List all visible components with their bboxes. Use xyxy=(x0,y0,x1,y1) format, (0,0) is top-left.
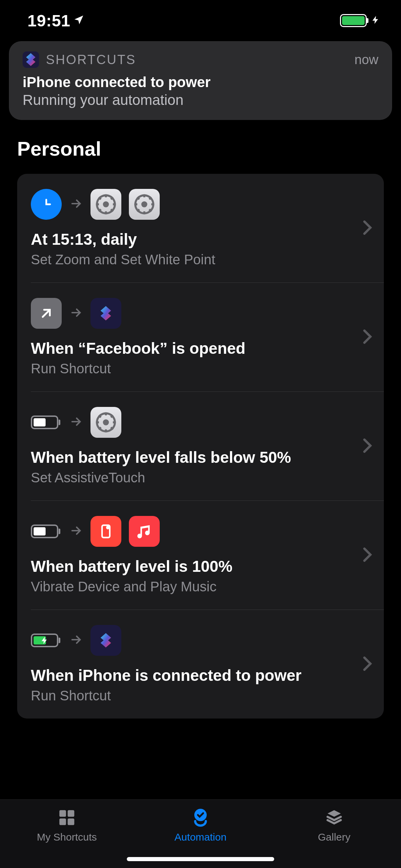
arrow-icon xyxy=(69,306,83,321)
automation-subtitle: Set AssistiveTouch xyxy=(31,470,370,485)
arrow-icon xyxy=(69,524,83,539)
automation-subtitle: Run Shortcut xyxy=(31,688,370,703)
notification-title: iPhone connected to power xyxy=(23,74,378,91)
tab-label: Gallery xyxy=(318,831,350,843)
notification-time: now xyxy=(354,52,378,67)
svg-rect-11 xyxy=(59,818,66,825)
automation-list: At 15:13, daily Set Zoom and Set White P… xyxy=(17,174,384,719)
automation-title: When iPhone is connected to power xyxy=(31,666,370,685)
automation-subtitle: Run Shortcut xyxy=(31,361,370,376)
settings-icon xyxy=(129,189,160,220)
chevron-right-icon xyxy=(363,220,372,237)
automation-row[interactable]: When battery level is 100% Vibrate Devic… xyxy=(31,501,384,610)
gallery-icon xyxy=(324,807,344,828)
automation-title: When battery level falls below 50% xyxy=(31,448,370,467)
notification-banner[interactable]: SHORTCUTS now iPhone connected to power … xyxy=(9,41,392,120)
svg-point-2 xyxy=(103,201,109,207)
grid-icon xyxy=(57,807,77,828)
automation-row[interactable]: When “Facebook” is opened Run Shortcut xyxy=(31,282,384,391)
automation-title: At 15:13, daily xyxy=(31,230,370,249)
automation-icon xyxy=(190,807,211,828)
music-icon xyxy=(129,516,160,547)
chevron-right-icon xyxy=(363,656,372,673)
battery-level-icon xyxy=(31,525,62,538)
tab-label: My Shortcuts xyxy=(37,831,97,843)
open-app-icon xyxy=(31,298,62,329)
svg-rect-12 xyxy=(68,818,74,825)
notification-app-name: SHORTCUTS xyxy=(46,52,136,67)
battery-level-icon xyxy=(31,415,62,429)
status-time: 19:51 xyxy=(27,11,70,30)
shortcuts-icon xyxy=(90,625,121,656)
svg-rect-10 xyxy=(68,810,74,817)
automation-subtitle: Set Zoom and Set White Point xyxy=(31,252,370,267)
status-bar: 19:51 xyxy=(0,0,401,38)
settings-icon xyxy=(90,189,121,220)
automation-title: When “Facebook” is opened xyxy=(31,339,370,358)
arrow-icon xyxy=(69,633,83,648)
settings-icon xyxy=(90,407,121,438)
automation-row[interactable]: When iPhone is connected to power Run Sh… xyxy=(31,610,384,719)
battery-icon xyxy=(340,14,367,27)
charging-icon xyxy=(31,634,62,647)
notification-subtitle: Running your automation xyxy=(23,92,378,108)
chevron-right-icon xyxy=(363,547,372,564)
tab-my-shortcuts[interactable]: My Shortcuts xyxy=(1,807,133,843)
shortcuts-icon xyxy=(90,298,121,329)
arrow-icon xyxy=(69,197,83,212)
tab-gallery[interactable]: Gallery xyxy=(268,807,400,843)
tab-automation[interactable]: Automation xyxy=(134,807,267,843)
automation-row[interactable]: At 15:13, daily Set Zoom and Set White P… xyxy=(17,174,384,282)
charging-bolt-icon xyxy=(371,13,380,28)
svg-point-4 xyxy=(141,201,147,207)
home-indicator[interactable] xyxy=(127,857,274,861)
location-icon xyxy=(73,14,85,27)
svg-rect-9 xyxy=(59,810,66,817)
tab-label: Automation xyxy=(174,831,227,843)
svg-point-6 xyxy=(103,419,109,425)
section-title: Personal xyxy=(0,120,401,170)
chevron-right-icon xyxy=(363,438,372,455)
svg-point-8 xyxy=(107,527,109,529)
shortcuts-app-icon xyxy=(23,51,39,68)
arrow-icon xyxy=(69,415,83,430)
automation-title: When battery level is 100% xyxy=(31,557,370,576)
chevron-right-icon xyxy=(363,329,372,346)
automation-subtitle: Vibrate Device and Play Music xyxy=(31,579,370,594)
automation-row[interactable]: When battery level falls below 50% Set A… xyxy=(31,391,384,501)
clock-icon xyxy=(31,189,62,220)
vibrate-icon xyxy=(90,516,121,547)
